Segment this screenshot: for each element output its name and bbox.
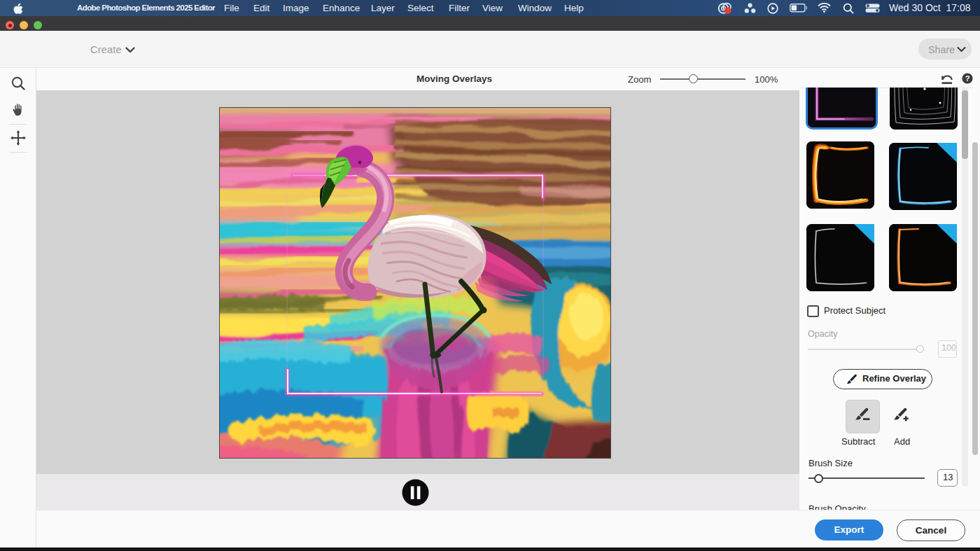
svg-text:?: ? bbox=[965, 74, 970, 83]
